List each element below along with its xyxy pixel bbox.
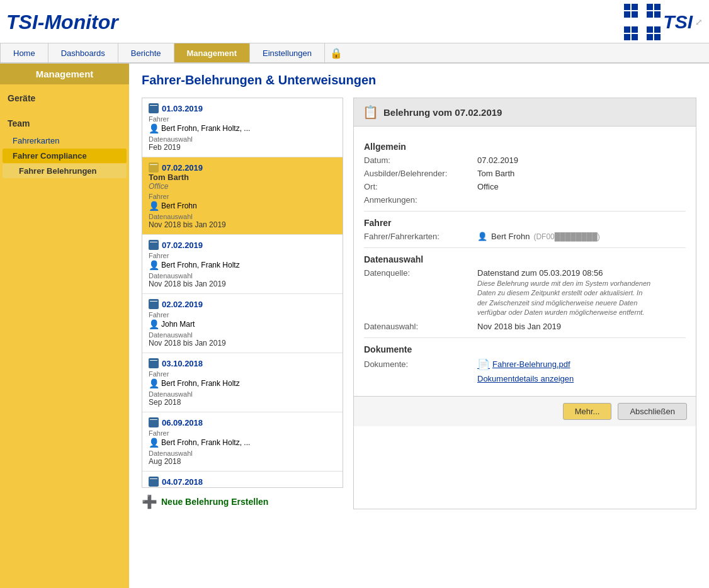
detail-body: Allgemein Datum: 07.02.2019 Ausbilder/Be… (354, 127, 696, 396)
driver-id: (DF00████████) (533, 232, 599, 241)
pdf-icon: 📄 (477, 358, 490, 370)
abschliessen-button[interactable]: Abschließen (618, 403, 687, 420)
list-item[interactable]: 01.03.2019 Fahrer 👤 Bert Frohn, Frank Ho… (142, 98, 343, 157)
main-nav: Home Dashboards Berichte Management Eins… (0, 43, 709, 64)
item-data-value: Nov 2018 bis Jan 2019 (149, 220, 336, 229)
list-item[interactable]: 02.02.2019 Fahrer 👤 John Mart Datenauswa… (142, 294, 343, 353)
item-data-label: Datenauswahl (149, 331, 336, 339)
pdf-link[interactable]: 📄 Fahrer-Belehrung.pdf (477, 358, 570, 370)
sidebar-title: Management (0, 64, 129, 84)
list-item[interactable]: 03.10.2018 Fahrer 👤 Bert Frohn, Frank Ho… (142, 353, 343, 412)
nav-home[interactable]: Home (0, 43, 48, 62)
sidebar-item-fahrerkarten[interactable]: Fahrerkarten (0, 133, 129, 148)
detail-footer: Mehr... Abschließen (354, 396, 696, 426)
item-data-label: Datenauswahl (149, 449, 336, 457)
detail-label: Dokumente: (364, 359, 477, 369)
person-icon: 👤 (149, 438, 159, 448)
driver-card: 👤 Bert Frohn (DF00████████) (477, 232, 600, 241)
detail-row-dokumentdetails: Dokumentdetails anzeigen (364, 374, 686, 383)
item-drivers: 👤 Bert Frohn, Frank Holtz, ... (149, 438, 336, 448)
item-data-value: Aug 2018 (149, 457, 336, 466)
item-data-label: Datenauswahl (149, 213, 336, 220)
item-driver-label: Fahrer (149, 193, 336, 200)
item-date: 02.02.2019 (149, 299, 336, 309)
content-area: 01.03.2019 Fahrer 👤 Bert Frohn, Frank Ho… (142, 98, 696, 509)
detail-value: Datenstand zum 05.03.2019 08:56 (477, 268, 654, 278)
nav-dashboards[interactable]: Dashboards (48, 43, 118, 62)
sidebar: Management Geräte Team Fahrerkarten Fahr… (0, 64, 129, 588)
calendar-icon (149, 162, 159, 172)
divider (364, 247, 686, 248)
item-person-name: Tom Barth (149, 172, 336, 182)
nav-management[interactable]: Management (174, 43, 250, 62)
calendar-icon (149, 240, 159, 250)
belehrung-list[interactable]: 01.03.2019 Fahrer 👤 Bert Frohn, Frank Ho… (142, 98, 343, 488)
calendar-icon (149, 103, 159, 113)
item-driver-label: Fahrer (149, 311, 336, 319)
nav-einstellungen[interactable]: Einstellungen (250, 43, 325, 62)
logo-grid (624, 4, 661, 40)
item-drivers: 👤 Bert Frohn, Frank Holtz (149, 260, 336, 270)
list-item[interactable]: 07.02.2019 Fahrer 👤 Bert Frohn, Frank Ho… (142, 235, 343, 294)
detail-header-title: Belehrung vom 07.02.2019 (383, 107, 502, 118)
section-datenauswahl: Datenauswahl (364, 254, 686, 264)
item-drivers: 👤 Bert Frohn, Frank Holtz (149, 378, 336, 388)
datenquelle-area: Datenstand zum 05.03.2019 08:56 Diese Be… (477, 268, 654, 318)
nav-berichte[interactable]: Berichte (118, 43, 174, 62)
item-driver-label: Fahrer (149, 115, 336, 123)
detail-row-fahrerkarten: Fahrer/Fahrerkarten: 👤 Bert Frohn (DF00█… (364, 232, 686, 241)
item-date: 07.02.2019 (149, 162, 336, 172)
person-icon: 👤 (149, 260, 159, 270)
item-driver-label: Fahrer (149, 370, 336, 378)
section-allgemein: Allgemein (364, 142, 686, 152)
item-data-label: Datenauswahl (149, 272, 336, 280)
person-icon: 👤 (149, 201, 159, 211)
sidebar-section-geraete: Geräte (0, 88, 129, 108)
section-dokumente: Dokumente (364, 344, 686, 354)
item-date: 01.03.2019 (149, 103, 336, 113)
list-item-selected[interactable]: 07.02.2019 Tom Barth Office Fahrer 👤 Ber… (142, 157, 343, 235)
calendar-icon (149, 358, 159, 368)
detail-row-ort: Ort: Office (364, 182, 686, 191)
detail-label: Fahrer/Fahrerkarten: (364, 232, 477, 241)
logo-area: TSI ⤢ (624, 4, 703, 40)
new-belehrung-button[interactable]: ➕ Neue Belehrung Erstellen (142, 494, 343, 509)
item-date: 03.10.2018 (149, 358, 336, 368)
item-data-label: Datenauswahl (149, 390, 336, 398)
item-drivers: 👤 Bert Frohn, Frank Holtz, ... (149, 123, 336, 133)
item-data-value: Sep 2018 (149, 398, 336, 407)
dokumentdetails-link[interactable]: Dokumentdetails anzeigen (477, 374, 574, 383)
detail-row-datenquelle: Datenquelle: Datenstand zum 05.03.2019 0… (364, 268, 686, 318)
person-icon: 👤 (477, 232, 487, 241)
calendar-icon (149, 417, 159, 427)
detail-value: Office (477, 182, 499, 191)
expand-icon: ⤢ (695, 17, 703, 27)
item-data-label: Datenauswahl (149, 135, 336, 143)
detail-row-anmerkungen: Anmerkungen: (364, 195, 686, 205)
detail-label: Anmerkungen: (364, 195, 477, 205)
calendar-icon (149, 299, 159, 309)
plus-icon: ➕ (142, 494, 157, 509)
person-icon: 👤 (149, 319, 159, 329)
list-item[interactable]: 04.07.2018 Fahrer 👤 Bert Frohn Datenausw… (142, 472, 343, 488)
divider (364, 211, 686, 212)
detail-panel: 📋 Belehrung vom 07.02.2019 Allgemein Dat… (353, 98, 696, 509)
detail-value: 07.02.2019 (477, 155, 518, 165)
item-drivers: 👤 Bert Frohn (149, 201, 336, 211)
sidebar-item-fahrer-compliance[interactable]: Fahrer Compliance (3, 149, 127, 163)
mehr-button[interactable]: Mehr... (563, 403, 612, 420)
detail-value: Nov 2018 bis Jan 2019 (477, 322, 561, 331)
item-date: 04.07.2018 (149, 477, 336, 487)
page-layout: Management Geräte Team Fahrerkarten Fahr… (0, 64, 709, 588)
detail-row-ausbilder: Ausbilder/Belehrender: Tom Barth (364, 169, 686, 178)
list-item[interactable]: 06.09.2018 Fahrer 👤 Bert Frohn, Frank Ho… (142, 412, 343, 472)
item-driver-label: Fahrer (149, 429, 336, 437)
sidebar-item-fahrer-belehrungen[interactable]: Fahrer Belehrungen (3, 164, 127, 178)
detail-label: Ort: (364, 182, 477, 191)
item-data-value: Nov 2018 bis Jan 2019 (149, 280, 336, 288)
logo-text: TSI (663, 11, 693, 33)
item-office: Office (149, 182, 336, 191)
detail-label: Datum: (364, 155, 477, 165)
item-driver-label: Fahrer (149, 252, 336, 259)
belehrung-header-icon: 📋 (363, 105, 378, 120)
